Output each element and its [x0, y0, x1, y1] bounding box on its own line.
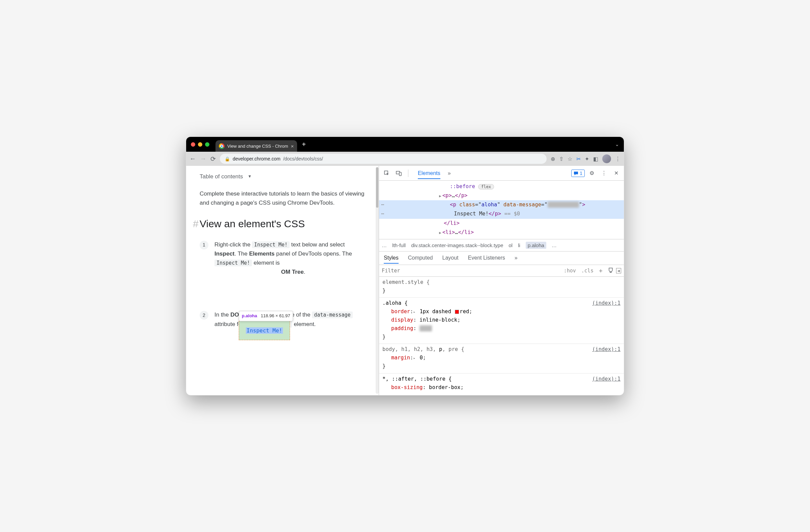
- toolbar: ← → ⟳ 🔒 developer.chrome.com/docs/devtoo…: [186, 152, 624, 166]
- forward-icon[interactable]: →: [200, 155, 206, 163]
- t: …: [452, 193, 455, 199]
- dom-row[interactable]: ::before flex: [379, 182, 624, 191]
- max-dot[interactable]: [205, 142, 209, 147]
- dom-row[interactable]: ▶<p>…</p>: [379, 191, 624, 200]
- messages-badge[interactable]: 1: [571, 170, 585, 177]
- styles-subtabs: Styles Computed Layout Event Listeners »: [379, 251, 624, 265]
- close-dot[interactable]: [191, 142, 195, 147]
- sidebar-toggle-icon[interactable]: ◀: [616, 268, 621, 273]
- cls-toggle[interactable]: .cls: [579, 268, 596, 274]
- t: ": [497, 202, 500, 208]
- msg-count: 1: [580, 171, 582, 176]
- scissors-icon[interactable]: ✂: [576, 156, 581, 162]
- attr: class: [459, 202, 475, 208]
- avatar[interactable]: [602, 154, 611, 163]
- close-icon[interactable]: ✕: [611, 168, 621, 178]
- zoom-icon[interactable]: ⊕: [551, 156, 555, 162]
- tabs-menu-icon[interactable]: ⌄: [615, 142, 619, 147]
- address-bar[interactable]: 🔒 developer.chrome.com/docs/devtools/css…: [220, 154, 547, 164]
- kebab-icon[interactable]: ⋮: [599, 168, 609, 178]
- dom-row-selected[interactable]: <p class="aloha" data-message="xxxxxxxxx…: [379, 200, 624, 209]
- crumb[interactable]: li: [518, 243, 520, 248]
- val: aloha: [481, 202, 497, 208]
- extensions-icon[interactable]: ✦: [585, 156, 589, 162]
- styles-pane[interactable]: element.style { } (index):1 .aloha { bor…: [379, 277, 624, 395]
- dom-row-selected-text[interactable]: Inspect Me!</p> == $0: [379, 209, 624, 218]
- star-icon[interactable]: ☆: [568, 156, 572, 162]
- tab-layout[interactable]: Layout: [442, 255, 459, 261]
- pseudo: ::before: [450, 183, 475, 189]
- source-link[interactable]: (index):1: [592, 375, 620, 383]
- sidepanel-icon[interactable]: ◧: [593, 156, 598, 162]
- style-rule-aloha[interactable]: (index):1 .aloha { border:▸ 1px dashed r…: [379, 298, 624, 344]
- eq0: == $0: [501, 211, 520, 217]
- inspect-element-icon[interactable]: [382, 168, 392, 178]
- tag: <li>: [442, 229, 455, 235]
- page-scrollbar[interactable]: [376, 167, 379, 394]
- min-dot[interactable]: [198, 142, 202, 147]
- breadcrumb[interactable]: … lth-full div.stack.center-images.stack…: [379, 239, 624, 251]
- back-icon[interactable]: ←: [190, 155, 196, 163]
- triangle-icon: ▶: [439, 194, 441, 198]
- blurred: xxxxxxxxxx: [548, 202, 579, 208]
- prop-val: 1px dashed: [420, 309, 454, 315]
- browser-tab[interactable]: View and change CSS - Chrom ×: [215, 140, 297, 152]
- tooltip-selector: p.aloha: [242, 313, 257, 318]
- source-link[interactable]: (index):1: [592, 345, 620, 354]
- share-icon[interactable]: ⇧: [559, 156, 564, 162]
- devtools-top: Elements » 1 ⚙ ⋮ ✕: [379, 166, 624, 181]
- crumb[interactable]: lth-full: [392, 243, 406, 248]
- prop-val: inline-block: [420, 317, 457, 323]
- t: In the: [214, 312, 230, 318]
- section-heading: View an element's CSS: [200, 216, 365, 232]
- titlebar: View and change CSS - Chrom × + ⌄: [186, 137, 624, 152]
- window-controls: [191, 142, 209, 147]
- t: =: [541, 202, 544, 208]
- brush-icon[interactable]: [605, 267, 616, 274]
- prop-name: display: [391, 317, 413, 323]
- dom-row[interactable]: ▶<li>…</li>: [379, 228, 624, 237]
- styles-filter-input[interactable]: [382, 268, 561, 274]
- dom-tree[interactable]: ::before flex ▶<p>…</p> <p class="aloha"…: [379, 181, 624, 239]
- highlighted-element[interactable]: Inspect Me!: [239, 321, 290, 340]
- tab-computed[interactable]: Computed: [408, 255, 433, 261]
- t: . The: [235, 250, 249, 257]
- tag: </li>: [458, 229, 474, 235]
- new-tab-icon[interactable]: +: [302, 140, 306, 148]
- crumb-active[interactable]: p.aloha: [526, 242, 546, 249]
- tabs-overflow-icon[interactable]: »: [448, 170, 451, 176]
- tooltip-dims: 118.96 × 61.97: [261, 313, 290, 318]
- crumb[interactable]: div.stack.center-images.stack--block.typ…: [411, 243, 503, 248]
- dom-row[interactable]: </li>: [379, 219, 624, 228]
- tab-close-icon[interactable]: ×: [291, 143, 294, 149]
- source-link[interactable]: (index):1: [592, 299, 620, 307]
- style-rule-universal[interactable]: (index):1 *, ::after, ::before { box-siz…: [379, 373, 624, 395]
- hov-toggle[interactable]: :hov: [561, 268, 579, 274]
- style-rule-element[interactable]: element.style { }: [379, 277, 624, 298]
- gear-icon[interactable]: ⚙: [587, 168, 597, 178]
- prop-val: 0: [420, 355, 423, 361]
- new-rule-icon[interactable]: +: [596, 267, 605, 274]
- reload-icon[interactable]: ⟳: [210, 155, 216, 163]
- device-toggle-icon[interactable]: [394, 168, 404, 178]
- subtabs-overflow-icon[interactable]: »: [515, 255, 518, 261]
- t: Inspect Me!: [454, 211, 489, 217]
- code: Inspect Me!: [252, 242, 289, 248]
- page-area: Table of contents ▼ Complete these inter…: [186, 166, 379, 395]
- t: =: [475, 202, 478, 208]
- kebab-icon[interactable]: ⋮: [615, 156, 620, 162]
- styles-filter-bar: :hov .cls + ◀: [379, 265, 624, 277]
- tab-events[interactable]: Event Listeners: [468, 255, 505, 261]
- t: ": [544, 202, 547, 208]
- t: element.: [292, 321, 315, 327]
- crumb[interactable]: ol: [508, 243, 513, 248]
- tab-elements[interactable]: Elements: [418, 170, 440, 179]
- tag: </p>: [455, 193, 467, 199]
- tag: >: [582, 202, 585, 208]
- tab-styles[interactable]: Styles: [384, 255, 399, 264]
- color-swatch[interactable]: [455, 310, 459, 314]
- toc-toggle[interactable]: Table of contents ▼: [200, 172, 365, 181]
- triangle-icon: ▶: [439, 231, 441, 235]
- style-rule-body[interactable]: (index):1 body, h1, h2, h3, p, pre { mar…: [379, 344, 624, 373]
- flex-pill: flex: [478, 184, 494, 189]
